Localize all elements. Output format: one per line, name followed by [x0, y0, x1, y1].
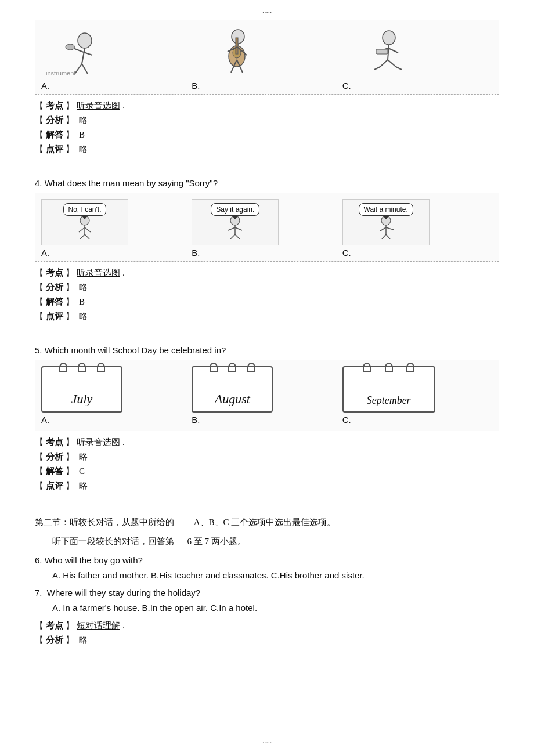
- top-dots: .....: [35, 6, 499, 15]
- q4-label-a: A.: [41, 248, 49, 258]
- q3-fenxi: 【分析】 略: [35, 115, 499, 126]
- svg-line-23: [388, 60, 396, 67]
- ring-3: [97, 363, 105, 372]
- q4-img-b: Say it again.: [192, 199, 279, 245]
- q5-rings-b: [193, 363, 272, 372]
- svg-point-20: [383, 31, 395, 45]
- svg-rect-28: [376, 49, 388, 54]
- svg-line-31: [80, 234, 85, 239]
- q3-jieda: 【解答】 B: [35, 129, 499, 140]
- q4-dianjian: 【点评】 略: [35, 311, 499, 322]
- q5-dianjian: 【点评】 略: [35, 480, 499, 491]
- ring-5: [228, 363, 236, 372]
- ring-4: [210, 363, 218, 372]
- q5-jieda: 【解答】 C: [35, 466, 499, 477]
- s2-kaodian: 【考点】 短对话理解 .: [35, 620, 499, 631]
- svg-line-39: [228, 227, 235, 230]
- q3-label-a: A.: [41, 81, 49, 91]
- q3-section: instrument A.: [35, 20, 499, 155]
- ring-2: [78, 363, 86, 372]
- q5-rings-a: [42, 363, 121, 372]
- q4-figure-a: [62, 216, 108, 239]
- q4-jieda: 【解答】 B: [35, 296, 499, 308]
- q5-image-row: July A. August B.: [35, 360, 499, 431]
- q4-option-b: Say it again. B.: [192, 199, 342, 258]
- svg-line-46: [386, 227, 394, 230]
- q3-option-c: C.: [342, 26, 493, 91]
- svg-text:instrument: instrument: [46, 70, 75, 77]
- q5-month-b: August: [215, 392, 250, 407]
- q3-image-c: [342, 26, 435, 78]
- svg-line-37: [230, 234, 235, 239]
- q5-card-a: July: [41, 366, 122, 413]
- q4-img-a: No, I can't.: [41, 199, 128, 245]
- svg-line-33: [79, 227, 85, 232]
- q5-question: 5. Which month will School Day be celebr…: [35, 345, 499, 355]
- q3-kaodian: 【考点】 听录音选图 .: [35, 100, 499, 111]
- ring-6: [247, 363, 255, 372]
- ring-7: [363, 363, 371, 372]
- q5-section: 5. Which month will School Day be celebr…: [35, 345, 499, 491]
- q5-label-b: B.: [192, 415, 200, 425]
- section2: 第二节：听较长对话，从题中所给的 A、B、C 三个选项中选出最佳选项。 听下面一…: [35, 515, 499, 646]
- q4-bubble-a: No, I can't.: [63, 203, 107, 216]
- q4-figure-b: [212, 216, 258, 239]
- q5-option-b: August B.: [192, 366, 342, 425]
- q5-label-c: C.: [342, 415, 351, 425]
- q4-img-c: Wait a minute.: [342, 199, 430, 245]
- q7-options: A. In a farmer's house. B.In the open ai…: [52, 600, 499, 616]
- svg-line-2: [75, 64, 82, 74]
- s2-fenxi: 【分析】 略: [35, 635, 499, 646]
- q3-image-b: [192, 26, 284, 78]
- svg-line-38: [235, 234, 240, 239]
- q5-option-c: September C.: [342, 366, 493, 425]
- q4-fenxi: 【分析】 略: [35, 282, 499, 293]
- q3-image-a: instrument: [41, 26, 134, 78]
- q5-rings-c: [344, 363, 434, 372]
- svg-line-3: [82, 64, 88, 74]
- q5-month-a: July: [71, 392, 93, 407]
- svg-point-0: [78, 33, 92, 48]
- q3-dianjian: 【点评】 略: [35, 144, 499, 155]
- svg-point-6: [66, 44, 75, 50]
- svg-line-32: [85, 234, 89, 239]
- svg-rect-12: [236, 38, 238, 54]
- q4-question: 4. What does the man mean by saying "Sor…: [35, 178, 499, 188]
- section2-title: 第二节：听较长对话，从题中所给的 A、B、C 三个选项中选出最佳选项。: [35, 515, 499, 530]
- q5-card-c: September: [342, 366, 435, 413]
- q4-label-c: C.: [342, 248, 351, 258]
- ring-8: [385, 363, 393, 372]
- bottom-dots: .....: [35, 736, 499, 746]
- svg-line-27: [388, 48, 398, 53]
- q3-label-b: B.: [192, 81, 200, 91]
- q5-label-a: A.: [41, 415, 49, 425]
- q3-option-a: instrument A.: [41, 26, 192, 91]
- ring-1: [59, 363, 67, 372]
- q4-bubble-c: Wait a minute.: [359, 203, 413, 216]
- q4-kaodian: 【考点】 听录音选图 .: [35, 267, 499, 278]
- svg-line-1: [82, 48, 85, 64]
- q3-label-c: C.: [342, 81, 351, 91]
- svg-line-34: [85, 227, 91, 232]
- q3-option-b: B.: [192, 26, 342, 91]
- q4-section: 4. What does the man mean by saying "Sor…: [35, 178, 499, 322]
- q4-label-b: B.: [192, 248, 200, 258]
- svg-line-40: [235, 227, 242, 230]
- q4-option-c: Wait a minute. C.: [342, 199, 493, 258]
- svg-line-5: [84, 52, 92, 55]
- q5-month-c: September: [367, 395, 411, 407]
- svg-line-25: [396, 67, 402, 70]
- q5-option-a: July A.: [41, 366, 192, 425]
- q6-question: 6. Who will the boy go with?: [35, 555, 499, 565]
- svg-line-45: [380, 227, 386, 231]
- q5-card-b: August: [192, 366, 273, 413]
- q4-bubble-b: Say it again.: [211, 203, 259, 216]
- q5-fenxi: 【分析】 略: [35, 451, 499, 462]
- svg-line-22: [380, 60, 388, 67]
- q3-image-row: instrument A.: [35, 20, 499, 95]
- q5-kaodian: 【考点】 听录音选图 .: [35, 437, 499, 448]
- q4-option-a: No, I can't. A.: [41, 199, 192, 258]
- section2-instruction: 听下面一段较长的对话，回答第 6 至 7 两小题。: [35, 534, 499, 549]
- q7-question: 7. Where will they stay during the holid…: [35, 588, 499, 598]
- q4-figure-c: [363, 216, 409, 239]
